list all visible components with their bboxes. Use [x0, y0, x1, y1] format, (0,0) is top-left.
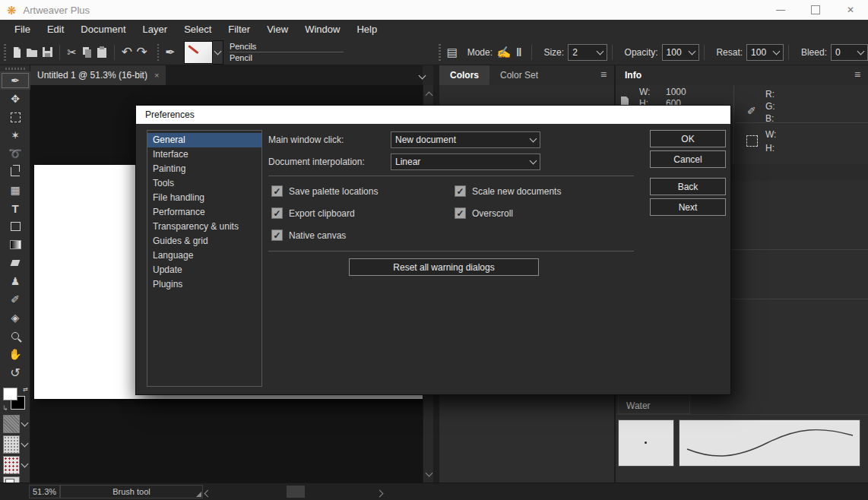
tool-stamp[interactable]: ♟ [0, 272, 30, 290]
native-canvas-checkbox[interactable]: ✓ Native canvas [271, 229, 346, 241]
tool-rotate[interactable]: ↺ [0, 363, 30, 381]
menu-layer[interactable]: Layer [135, 20, 176, 40]
dot-pattern-selector[interactable] [3, 456, 30, 474]
zoom-level-box[interactable]: 51.3% [29, 485, 60, 498]
tool-rect-select[interactable] [0, 108, 30, 126]
new-document-button[interactable] [10, 43, 25, 62]
brush-selector[interactable]: Pencils Pencil [184, 40, 344, 65]
nav-item-performance[interactable]: Performance [147, 205, 261, 220]
paper-texture-selector[interactable] [3, 415, 30, 433]
tool-lasso[interactable]: ➰ [0, 144, 30, 163]
paper-texture-swatch[interactable] [3, 415, 20, 433]
colors-panel-menu-icon[interactable]: ≡ [600, 68, 607, 81]
overscroll-checkbox[interactable]: ✓ Overscroll [455, 207, 513, 219]
dot-pattern-swatch[interactable] [3, 456, 20, 474]
tool-eraser[interactable] [0, 254, 30, 272]
hscroll-left-button[interactable] [205, 488, 211, 498]
status-resize-grip[interactable] [196, 492, 201, 497]
minimize-button[interactable]: — [763, 0, 798, 20]
tool-crop[interactable] [0, 163, 30, 181]
brush-tool-button[interactable]: ✒ [163, 43, 178, 62]
close-button[interactable]: ✕ [833, 0, 868, 20]
menu-view[interactable]: View [258, 20, 296, 40]
hscroll-right-button[interactable] [377, 488, 382, 498]
nav-item-tools[interactable]: Tools [147, 176, 261, 191]
nav-item-painting[interactable]: Painting [147, 162, 261, 176]
tool-fill[interactable]: ◈ [0, 309, 30, 327]
maximize-button[interactable] [798, 0, 833, 20]
mode-straight-button[interactable]: ‖ [512, 43, 527, 62]
tab-list-dropdown[interactable] [420, 70, 425, 81]
resat-select[interactable]: 100 [746, 44, 784, 61]
tool-perspective[interactable]: ▦ [0, 181, 30, 199]
toolbar-grip[interactable] [4, 44, 6, 61]
hscroll-thumb[interactable] [287, 486, 305, 498]
save-palette-locations-checkbox[interactable]: ✓ Save palette locations [271, 185, 378, 197]
tool-gradient[interactable] [0, 236, 30, 254]
menu-file[interactable]: File [6, 20, 39, 40]
menu-filter[interactable]: Filter [220, 20, 258, 40]
nav-item-guides-grid[interactable]: Guides & grid [147, 234, 261, 248]
menu-select[interactable]: Select [176, 20, 220, 40]
speckle-pattern-swatch[interactable] [3, 435, 20, 454]
palette-list-button[interactable]: ▤ [445, 43, 460, 62]
scroll-up-button[interactable] [426, 90, 432, 100]
nav-item-language[interactable]: Language [147, 248, 261, 263]
reset-colors-icon[interactable]: ↳ [2, 404, 8, 412]
speckle-pattern-selector[interactable] [3, 435, 30, 454]
nav-item-update[interactable]: Update [147, 263, 261, 277]
undo-button[interactable]: ↶ [119, 43, 135, 62]
nav-item-transparency-units[interactable]: Transparency & units [147, 220, 261, 234]
size-select[interactable]: 2 [568, 44, 607, 61]
document-tab[interactable]: Untitled 1 @ 51.3% (16-bit) × [30, 65, 166, 85]
status-tool-box[interactable]: Brush tool [60, 485, 203, 498]
open-button[interactable] [24, 43, 40, 62]
tool-move[interactable]: ✥ [0, 90, 30, 108]
scroll-down-button[interactable] [426, 467, 432, 478]
tool-zoom[interactable] [0, 327, 30, 345]
tool-eyedropper[interactable]: ✐ [0, 290, 30, 309]
toolbar-grip[interactable] [157, 44, 160, 61]
opacity-select[interactable]: 100 [662, 44, 699, 61]
toolbox-grip[interactable] [5, 68, 25, 70]
foreground-color-swatch[interactable] [3, 388, 17, 400]
menu-document[interactable]: Document [72, 20, 134, 40]
save-button[interactable] [40, 43, 55, 62]
menu-window[interactable]: Window [296, 20, 348, 40]
nav-item-interface[interactable]: Interface [147, 147, 261, 162]
toolbar-grip[interactable] [439, 44, 441, 61]
menu-edit[interactable]: Edit [39, 20, 72, 40]
tab-color-set[interactable]: Color Set [489, 65, 549, 85]
foreground-background-colors[interactable]: ⇄ ↳ [3, 388, 27, 412]
back-button[interactable]: Back [650, 178, 726, 195]
tool-text[interactable]: T [0, 199, 30, 217]
export-clipboard-checkbox[interactable]: ✓ Export clipboard [271, 207, 355, 219]
tool-brush[interactable]: ✒ [0, 71, 30, 90]
brush-dropdown-button[interactable] [213, 40, 223, 65]
redo-button[interactable]: ↷ [135, 43, 150, 62]
copy-button[interactable] [80, 43, 95, 62]
tab-water[interactable]: Water [618, 396, 690, 414]
tool-magic-wand[interactable]: ✶ [0, 126, 30, 144]
paste-button[interactable] [94, 43, 109, 62]
speckle-pattern-dropdown[interactable] [20, 436, 30, 453]
reset-warning-dialogs-button[interactable]: Reset all warning dialogs [349, 258, 539, 276]
nav-item-general[interactable]: General [147, 133, 261, 147]
dot-pattern-dropdown[interactable] [20, 457, 30, 473]
tool-hand[interactable]: ✋ [0, 345, 30, 363]
menu-help[interactable]: Help [348, 20, 385, 40]
tool-shape[interactable] [0, 217, 30, 236]
next-button[interactable]: Next [650, 198, 726, 216]
tab-colors[interactable]: Colors [439, 65, 489, 85]
scale-new-documents-checkbox[interactable]: ✓ Scale new documents [455, 185, 561, 197]
document-interpolation-select[interactable]: Linear [391, 153, 540, 170]
cut-button[interactable]: ✂ [65, 43, 80, 62]
nav-item-plugins[interactable]: Plugins [147, 277, 261, 292]
cancel-button[interactable]: Cancel [650, 150, 726, 168]
info-panel-menu-icon[interactable]: ≡ [854, 68, 860, 81]
main-window-click-select[interactable]: New document [391, 131, 540, 148]
tab-close-icon[interactable]: × [154, 71, 159, 80]
ok-button[interactable]: OK [650, 130, 726, 147]
bleed-select[interactable]: 0 [831, 44, 868, 61]
mode-freehand-button[interactable]: ✍ [496, 43, 512, 62]
